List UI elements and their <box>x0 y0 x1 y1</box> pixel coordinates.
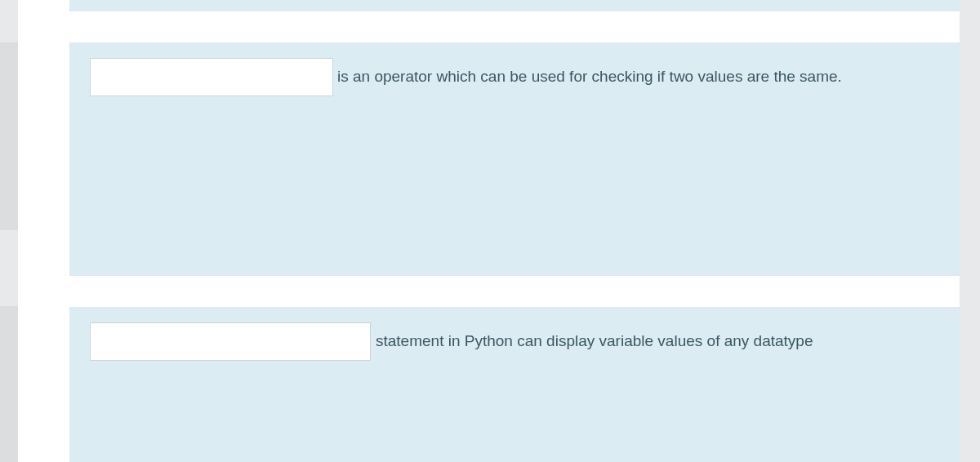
question-text-1: is an operator which can be used for che… <box>337 68 842 86</box>
answer-input-2[interactable] <box>90 322 371 361</box>
left-sidebar-tab-2 <box>0 306 18 462</box>
right-margin <box>960 0 980 462</box>
left-sidebar-tab-1 <box>0 42 18 230</box>
question-strip-top <box>69 0 964 11</box>
question-text-2: statement in Python can display variable… <box>376 332 813 350</box>
content-area: is an operator which can be used for che… <box>18 0 960 462</box>
page-container: is an operator which can be used for che… <box>0 0 980 462</box>
answer-input-1[interactable] <box>90 58 333 96</box>
